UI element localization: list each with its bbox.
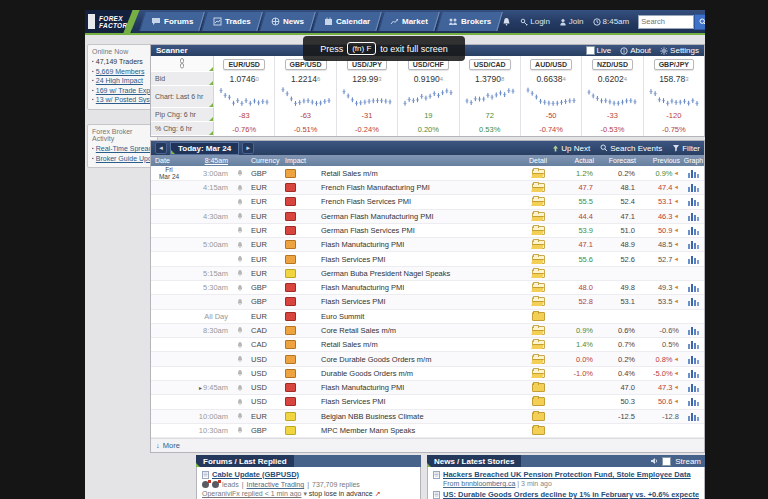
- impact-red-icon[interactable]: [285, 212, 296, 221]
- tab-news[interactable]: News: [259, 12, 315, 31]
- sidebar-link[interactable]: ▪13 w/ Posted Systems: [92, 95, 154, 105]
- detail-folder-icon[interactable]: [532, 426, 545, 435]
- event-title[interactable]: French Flash Services PMI: [321, 197, 519, 206]
- event-title[interactable]: Retail Sales m/m: [321, 340, 519, 349]
- forex-factory-logo[interactable]: FOREX FACTORY: [85, 10, 132, 33]
- detail-folder-icon[interactable]: [532, 326, 545, 335]
- event-alert-icon[interactable]: [236, 255, 244, 263]
- search-events-button[interactable]: Search Events: [600, 144, 662, 153]
- chart-range-dropdown[interactable]: Chart: Last 6 hr: [151, 86, 214, 108]
- news-panel-title[interactable]: News / Latest Stories: [427, 455, 521, 467]
- impact-orange-icon[interactable]: [285, 169, 296, 178]
- graph-icon[interactable]: [688, 383, 699, 392]
- sidebar-link[interactable]: ▪24 High Impact: [92, 76, 154, 86]
- impact-yellow-icon[interactable]: [285, 426, 296, 435]
- news-source-link[interactable]: From bnnbloomberg.ca: [443, 480, 515, 487]
- login-link[interactable]: Login: [520, 17, 550, 26]
- impact-red-icon[interactable]: [285, 312, 296, 321]
- event-alert-icon[interactable]: [236, 212, 244, 220]
- calendar-next-button[interactable]: ►: [242, 142, 254, 154]
- detail-folder-icon[interactable]: [532, 397, 545, 406]
- pair-tab-label[interactable]: GBP/JPY: [654, 59, 694, 70]
- impact-orange-icon[interactable]: [285, 340, 296, 349]
- event-title[interactable]: Flash Services PMI: [321, 397, 519, 406]
- expand-caret-icon[interactable]: ▾: [303, 490, 307, 497]
- event-alert-icon[interactable]: [236, 226, 244, 234]
- graph-icon[interactable]: [688, 283, 699, 292]
- live-checkbox[interactable]: [586, 46, 595, 55]
- event-alert-icon[interactable]: [236, 412, 244, 420]
- clock-time[interactable]: 8:45am: [593, 17, 630, 26]
- event-title[interactable]: German Flash Manufacturing PMI: [321, 212, 519, 221]
- graph-icon[interactable]: [688, 197, 699, 206]
- event-alert-icon[interactable]: [236, 169, 244, 177]
- detail-folder-icon[interactable]: [532, 226, 545, 235]
- more-link[interactable]: ↓ More: [151, 438, 704, 452]
- graph-icon[interactable]: [688, 340, 699, 349]
- stream-checkbox[interactable]: [662, 457, 671, 466]
- settings-button[interactable]: Settings: [660, 46, 699, 55]
- event-title[interactable]: Belgian NBB Business Climate: [321, 412, 519, 421]
- event-title[interactable]: German Buba President Nagel Speaks: [321, 269, 519, 278]
- tab-market[interactable]: Market: [378, 12, 439, 31]
- detail-folder-icon[interactable]: [532, 383, 545, 392]
- pair-tab-label[interactable]: EUR/USD: [223, 59, 265, 70]
- event-title[interactable]: Retail Sales m/m: [321, 169, 519, 178]
- event-alert-icon[interactable]: [236, 426, 244, 434]
- bell-icon[interactable]: [502, 17, 511, 27]
- tab-trades[interactable]: Trades: [202, 12, 263, 31]
- thread-link[interactable]: Cable Update (GBPUSD): [212, 470, 299, 479]
- graph-icon[interactable]: [688, 226, 699, 235]
- event-title[interactable]: Flash Manufacturing PMI: [321, 383, 519, 392]
- graph-icon[interactable]: [688, 369, 699, 378]
- event-title[interactable]: Flash Manufacturing PMI: [321, 283, 519, 292]
- graph-icon[interactable]: [688, 240, 699, 249]
- event-alert-icon[interactable]: [236, 241, 244, 249]
- graph-icon[interactable]: [688, 183, 699, 192]
- event-alert-icon[interactable]: [236, 355, 244, 363]
- impact-orange-icon[interactable]: [285, 355, 296, 364]
- event-alert-icon[interactable]: [236, 198, 244, 206]
- detail-folder-icon[interactable]: [532, 240, 545, 249]
- impact-orange-icon[interactable]: [285, 326, 296, 335]
- graph-icon[interactable]: [688, 326, 699, 335]
- tab-brokers[interactable]: Brokers: [436, 12, 503, 31]
- col-time-link[interactable]: 8:45am: [187, 157, 231, 164]
- last-reply-link[interactable]: OperaniviFx replied < 1 min ago: [202, 490, 301, 497]
- detail-folder-icon[interactable]: [532, 355, 545, 364]
- event-title[interactable]: Core Retail Sales m/m: [321, 326, 519, 335]
- event-title[interactable]: Flash Services PMI: [321, 297, 519, 306]
- graph-icon[interactable]: [688, 397, 699, 406]
- calendar-prev-button[interactable]: ◄: [155, 142, 167, 154]
- detail-folder-icon[interactable]: [532, 412, 545, 421]
- event-alert-icon[interactable]: [236, 269, 244, 277]
- event-alert-icon[interactable]: [236, 284, 244, 292]
- graph-icon[interactable]: [688, 297, 699, 306]
- impact-orange-icon[interactable]: [285, 240, 296, 249]
- live-toggle[interactable]: Live: [586, 46, 612, 55]
- event-title[interactable]: Flash Manufacturing PMI: [321, 240, 519, 249]
- impact-red-icon[interactable]: [285, 283, 296, 292]
- event-title[interactable]: French Flash Manufacturing PMI: [321, 183, 519, 192]
- detail-folder-icon[interactable]: [532, 197, 545, 206]
- search-button[interactable]: [694, 14, 705, 30]
- event-title[interactable]: MPC Member Mann Speaks: [321, 426, 519, 435]
- sidebar-link[interactable]: ▪5,669 Members: [92, 67, 154, 77]
- impact-red-icon[interactable]: [285, 226, 296, 235]
- impact-red-icon[interactable]: [285, 297, 296, 306]
- impact-red-icon[interactable]: [285, 183, 296, 192]
- event-alert-icon[interactable]: [236, 369, 244, 377]
- detail-folder-icon[interactable]: [532, 183, 545, 192]
- tab-calendar[interactable]: Calendar: [312, 12, 382, 31]
- graph-icon[interactable]: [688, 412, 699, 421]
- avatar[interactable]: [212, 481, 219, 488]
- detail-folder-icon[interactable]: [532, 212, 545, 221]
- impact-yellow-icon[interactable]: [285, 412, 296, 421]
- tab-forums[interactable]: Forums: [139, 12, 205, 31]
- detail-folder-icon[interactable]: [532, 255, 545, 264]
- impact-orange-icon[interactable]: [285, 255, 296, 264]
- forum-link[interactable]: Interactive Trading: [247, 481, 305, 488]
- impact-yellow-icon[interactable]: [285, 269, 296, 278]
- detail-folder-icon[interactable]: [532, 269, 545, 278]
- news-story-link[interactable]: US: Durable Goods Orders decline by 1% i…: [443, 490, 699, 499]
